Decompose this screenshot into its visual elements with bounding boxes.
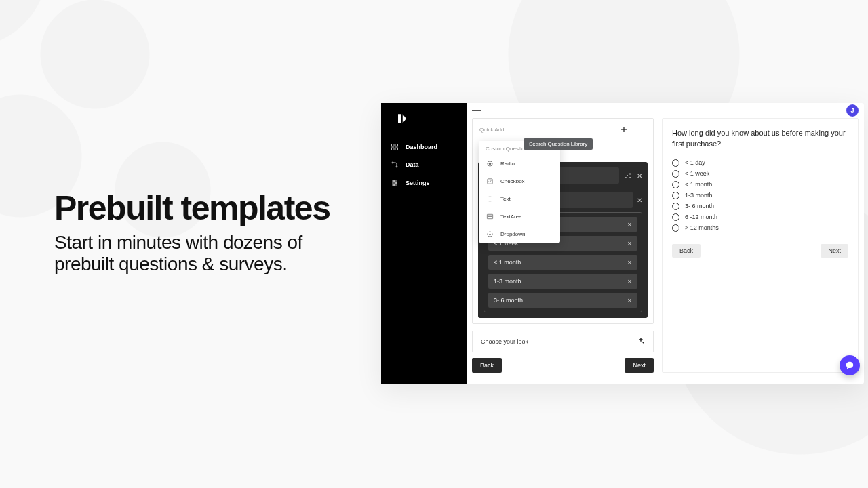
type-option-radio[interactable]: Radio	[479, 155, 560, 172]
preview-question: How long did you know about us before ma…	[672, 128, 848, 150]
marketing-copy: Prebuilt templates Start in minutes with…	[54, 188, 366, 275]
search-library-tooltip: Search Question Library	[524, 138, 593, 150]
sidebar-item-label: Settings	[406, 180, 430, 186]
svg-rect-16	[487, 178, 492, 183]
builder-nav: Back Next	[472, 358, 654, 373]
sidebar-item-label: Dashboard	[406, 144, 437, 150]
sidebar-item-data[interactable]: Data	[381, 156, 467, 174]
preview-next-button[interactable]: Next	[821, 244, 848, 258]
app-frame: Dashboard Data Settings J	[381, 103, 864, 384]
svg-rect-0	[392, 144, 395, 147]
main-area: J Quick Add Search Question Library	[467, 103, 864, 384]
preview-radio-option[interactable]: 1-3 month	[672, 192, 848, 199]
type-label: Radio	[500, 161, 515, 167]
type-label: Dropdown	[500, 231, 525, 237]
sidebar-item-dashboard[interactable]: Dashboard	[381, 138, 467, 156]
add-question-button[interactable]	[615, 123, 633, 136]
radio-icon	[672, 224, 679, 232]
option-label: 3- 6 month	[494, 297, 627, 304]
topbar: J	[467, 103, 864, 118]
data-icon	[391, 161, 399, 169]
sidebar: Dashboard Data Settings	[381, 103, 467, 384]
quick-add-card: Quick Add Search Question Library Custom…	[472, 118, 654, 324]
radio-icon	[672, 203, 679, 210]
svg-rect-3	[395, 148, 398, 150]
sparkle-icon	[637, 337, 645, 346]
hamburger-icon[interactable]	[472, 108, 481, 114]
remove-question-button[interactable]: ✕	[637, 172, 642, 180]
option-row[interactable]: < 1 month ✕	[488, 255, 637, 270]
radio-label: < 1 day	[685, 159, 705, 166]
chat-widget[interactable]	[840, 355, 860, 375]
radio-icon	[672, 181, 679, 188]
radio-label: < 1 month	[685, 181, 712, 188]
radio-label: 6 -12 month	[685, 214, 717, 220]
dropdown-icon	[486, 230, 494, 238]
svg-point-4	[392, 162, 393, 163]
svg-point-15	[489, 163, 491, 165]
type-option-checkbox[interactable]: Checkbox	[479, 172, 560, 190]
preview-radio-option[interactable]: 3- 6 month	[672, 203, 848, 210]
next-button[interactable]: Next	[625, 358, 654, 373]
radio-label: 1-3 month	[685, 192, 713, 199]
option-row[interactable]: 1-3 month ✕	[488, 274, 637, 289]
preview-radio-option[interactable]: < 1 day	[672, 159, 848, 167]
dashboard-icon	[391, 143, 399, 151]
svg-point-24	[643, 342, 644, 344]
remove-question-button[interactable]: ✕	[637, 197, 642, 204]
type-label: Checkbox	[500, 178, 525, 184]
textarea-icon	[486, 212, 494, 220]
type-label: Text	[500, 196, 511, 202]
radio-icon	[672, 192, 679, 199]
shuffle-icon[interactable]	[623, 171, 633, 180]
type-label: TextArea	[500, 214, 522, 220]
radio-icon	[486, 159, 494, 167]
option-row[interactable]: 3- 6 month ✕	[488, 293, 637, 308]
remove-option-button[interactable]: ✕	[627, 279, 632, 285]
marketing-title: Prebuilt templates	[54, 188, 366, 228]
quick-add-label: Quick Add	[479, 127, 504, 133]
radio-label: < 1 week	[685, 170, 709, 177]
sidebar-item-label: Data	[406, 161, 419, 168]
logo	[381, 113, 467, 127]
radio-label: 3- 6 month	[685, 203, 714, 209]
marketing-subtitle: Start in minutes with dozens of prebuilt…	[54, 232, 366, 275]
back-button[interactable]: Back	[472, 358, 502, 373]
radio-label: > 12 months	[685, 224, 719, 231]
radio-icon	[672, 170, 679, 178]
avatar[interactable]: J	[846, 104, 859, 117]
sidebar-item-settings[interactable]: Settings	[381, 174, 467, 192]
text-icon	[486, 195, 494, 203]
remove-option-button[interactable]: ✕	[627, 298, 632, 304]
svg-point-23	[487, 231, 492, 236]
svg-point-5	[396, 166, 397, 167]
remove-option-button[interactable]: ✕	[627, 260, 632, 266]
type-option-textarea[interactable]: TextArea	[479, 207, 560, 225]
radio-icon	[672, 214, 679, 221]
preview-back-button[interactable]: Back	[672, 244, 701, 258]
builder-column: Quick Add Search Question Library Custom…	[472, 118, 654, 373]
survey-preview: How long did you know about us before ma…	[662, 118, 859, 373]
remove-option-button[interactable]: ✕	[627, 241, 632, 247]
preview-radio-option[interactable]: 6 -12 month	[672, 214, 848, 221]
svg-rect-1	[395, 144, 398, 147]
checkbox-icon	[486, 177, 494, 185]
preview-radio-option[interactable]: < 1 month	[672, 181, 848, 188]
choose-look-card[interactable]: Choose your look	[472, 331, 654, 352]
type-option-dropdown[interactable]: Dropdown	[479, 225, 560, 243]
svg-rect-2	[392, 148, 395, 150]
preview-radio-option[interactable]: < 1 week	[672, 170, 848, 178]
settings-icon	[391, 179, 399, 187]
type-option-text[interactable]: Text	[479, 190, 560, 207]
choose-look-label: Choose your look	[481, 338, 528, 345]
option-label: 1-3 month	[494, 278, 627, 285]
option-label: < 1 month	[494, 259, 627, 266]
question-type-dropdown: Custom Questions Radio Checkbox Text	[479, 141, 560, 243]
radio-icon	[672, 159, 679, 167]
remove-option-button[interactable]: ✕	[627, 222, 632, 228]
preview-radio-option[interactable]: > 12 months	[672, 224, 848, 232]
